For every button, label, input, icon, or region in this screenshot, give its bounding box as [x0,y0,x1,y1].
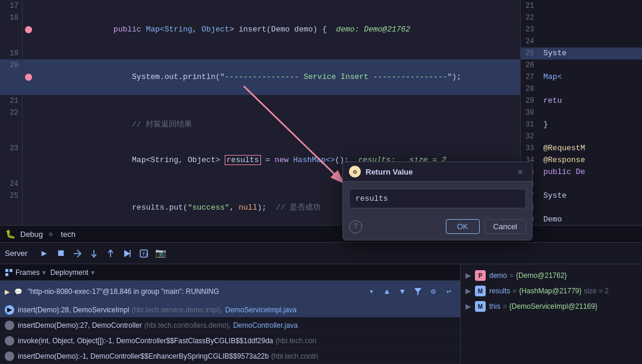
svg-text:fx: fx [142,252,149,258]
server-label: Server [5,249,27,258]
right-line-25: 25Syste [521,48,642,59]
code-line-21: 21 [0,95,520,107]
frames-label: Frames [15,268,40,277]
var-name-this: this [489,302,501,311]
thread-controls: ▾ ▲ ▼ ⚙ ↩ [365,285,455,298]
run-to-cursor-btn[interactable] [120,246,134,261]
return-value-dialog[interactable]: ⚙ Return Value ✕ ? OK Cancel [342,162,533,240]
line-marker [23,107,34,143]
thread-restore-btn[interactable]: ↩ [442,285,455,298]
frame-file: DemoController.java [233,321,298,330]
step-into-btn[interactable] [87,246,101,261]
var-equals: = [503,302,507,311]
expand-icon[interactable]: ▶ [465,271,475,280]
thread-settings-btn[interactable]: ⚙ [427,285,440,298]
expand-icon[interactable]: ▶ [465,302,475,311]
thread-line: ▶ 💬 "http-nio-8080-exec-17"@18,846 in gr… [0,281,460,302]
modal-cancel-button[interactable]: Cancel [484,219,526,234]
var-type-icon-m: M [475,301,486,312]
modal-icon: ⚙ [349,166,361,178]
stack-frame-1[interactable]: insertDemo(Demo):27, DemoController (hbi… [0,318,460,333]
var-type-icon-m: M [475,286,486,296]
right-line-21: 21 [521,0,642,12]
expand-icon[interactable]: ▶ [465,287,475,295]
thread-dropdown-btn[interactable]: ▾ [365,285,378,298]
stop-btn[interactable]: ⏹ [54,246,68,261]
modal-close-button[interactable]: ✕ [514,166,526,178]
var-extra-results: size = 2 [584,287,609,295]
right-line-38: 38 [521,202,642,214]
right-line-content: @Response [543,154,642,166]
right-line-29: 29retu [521,95,642,107]
modal-help-button[interactable]: ? [349,220,362,233]
frame-icon: ▶ [5,305,14,315]
var-item-this[interactable]: ▶ M this = {DemoServiceImpl@21169} [465,299,637,314]
modal-header: ⚙ Return Value ✕ [343,162,532,182]
right-line-23: 23 [521,24,642,36]
modal-title: Return Value [366,167,514,176]
frame-method: insert(Demo):28, DemoServiceImpl [18,306,129,314]
stack-frame-3[interactable]: insertDemo(Demo):-1, DemoController$$Enh… [0,349,460,364]
right-bottom: ▶ P demo = {Demo@21762} ▶ M results = {H… [461,264,642,364]
debug-tab-label[interactable]: tech [61,230,75,239]
thread-up-btn[interactable]: ▲ [380,285,394,298]
code-text: Map<String, Object> [95,156,225,164]
stack-frame-0[interactable]: ▶ insert(Demo):28, DemoServiceImpl (hbi.… [0,302,460,318]
line-num: 21 [0,95,23,107]
stack-frame-2[interactable]: invoke(int, Object, Object[]):-1, DemoCo… [0,333,460,349]
type: HashMap<> [293,156,335,164]
evaluate-btn[interactable]: fx [137,246,151,261]
right-line-36: 36 [521,178,642,190]
thread-filter-btn[interactable] [411,285,424,298]
camera-btn[interactable]: 📷 [153,246,168,261]
code-text: , [229,203,239,212]
code-text: results.put( [95,203,188,212]
step-out-btn[interactable] [103,246,118,261]
right-line-32: 32 [521,131,642,143]
thread-down-btn[interactable]: ▼ [396,285,409,298]
debug-icon[interactable]: 🐛 [5,229,15,239]
frames-dropdown-icon: ▾ [42,268,46,277]
modal-footer: ? OK Cancel [343,216,532,240]
string-literal: "success" [188,203,229,212]
right-line-35: 35public De [521,166,642,178]
code-line-17: 17 [0,0,520,12]
type: Map< [146,25,164,34]
svg-rect-8 [5,269,8,272]
frame-method: insertDemo(Demo):-1, DemoController$$Enh… [18,352,269,360]
stack-frames: ▶ insert(Demo):28, DemoServiceImpl (hbi.… [0,302,460,364]
line-content [34,48,520,59]
step-over-btn[interactable] [70,246,84,261]
right-line-num: 33 [525,143,543,154]
code-text: "); [448,72,461,81]
string-literal: ---------------- Service Insert --------… [225,72,447,81]
right-line-33: 33@RequestM [521,143,642,154]
frame-class: (hbi.tech.contri [271,352,318,360]
deployment-button[interactable]: Deployment ▾ [51,268,95,277]
var-value-this: {DemoServiceImpl@21169} [509,302,597,311]
comment: // 是否成功 [276,203,320,212]
code-line-20: 20 System.out.println("---------------- … [0,59,520,95]
resume-btn[interactable]: ▶ [37,246,51,261]
bottom-panel: Frames ▾ Deployment ▾ ▶ 💬 "http-nio-8080… [0,264,642,364]
code-text: , [192,25,202,34]
code-text: = [261,156,275,164]
var-value-demo: {Demo@21762} [516,271,567,280]
modal-ok-button[interactable]: OK [446,219,480,234]
line-marker [23,178,34,190]
var-item-demo[interactable]: ▶ P demo = {Demo@21762} [465,268,637,283]
var-value-results: {HashMap@21779} [519,287,581,295]
modal-input-field[interactable] [349,189,526,208]
var-item-results[interactable]: ▶ M results = {HashMap@21779} size = 2 [465,283,637,299]
code-line-19: 19 [0,48,520,59]
right-line-num: 27 [525,71,543,83]
frames-button[interactable]: Frames ▾ [5,268,46,277]
svg-rect-10 [5,273,8,276]
frame-file: DemoServiceImpl.java [225,306,297,314]
current-line-icon [25,74,32,81]
frame-method: invoke(int, Object, Object[]):-1, DemoCo… [18,337,273,345]
right-line-34: 34@Response [521,154,642,166]
right-line-content: Syste [543,48,642,59]
line-content: System.out.println("---------------- Ser… [34,59,520,95]
debug-bar: 🐛 Debug ⚙ tech [0,225,642,243]
